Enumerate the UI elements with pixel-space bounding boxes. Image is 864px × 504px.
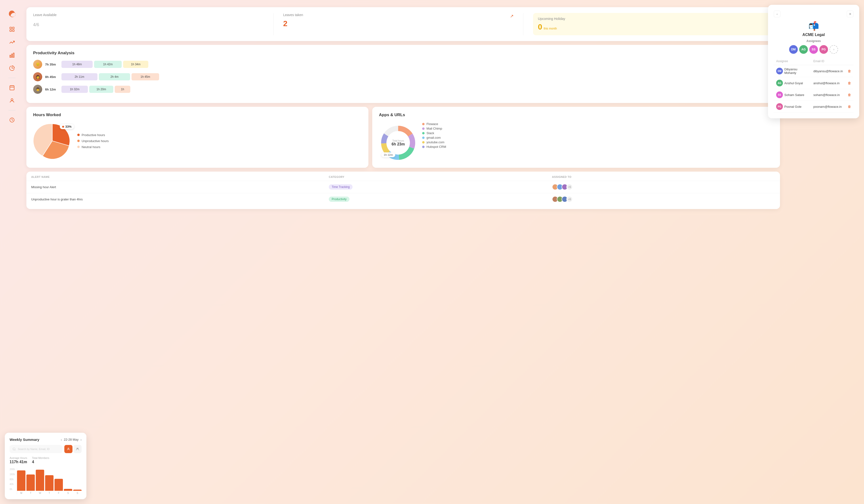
sidebar-icon-bar[interactable]: [8, 51, 16, 60]
app-label-gmail: gmail.com: [427, 136, 441, 140]
bar-label-mon: M: [20, 492, 22, 494]
leave-available-card: Leave Available 4/6: [33, 13, 264, 35]
app-item-slack: Slack: [422, 131, 446, 135]
acme-logo-area: 📬 ACME Legal: [774, 21, 853, 37]
leave-divider: [273, 13, 274, 35]
grid-40: 40h: [10, 483, 15, 485]
bar-wed: W: [36, 470, 44, 494]
legend-dot-productive: [77, 134, 80, 136]
acme-td-ag-del: 🗑: [845, 77, 853, 89]
acme-close-btn[interactable]: ✕: [847, 11, 853, 17]
apps-left: Apps & URLs Total hours 6h 23m: [379, 112, 417, 162]
acme-row-avatar-ag: AG: [776, 80, 783, 86]
alert-name-1: Missing hour Alert: [31, 185, 329, 189]
legend-dot-neutral: [77, 146, 80, 148]
legend-label-unproductive: Unproductive hours: [82, 139, 109, 143]
acme-delete-ag[interactable]: 🗑: [848, 81, 851, 85]
app-item-mailchimp: Mail Chimp: [422, 127, 446, 130]
acme-delete-ss[interactable]: 🗑: [848, 93, 851, 97]
assign-avatars-2: +5: [552, 196, 573, 202]
stat-total-members: Total Members 4: [32, 456, 49, 464]
search-box[interactable]: Search by Name, Email, ID: [10, 445, 62, 453]
alert-row-2: Unproductive hour is grater than 4hrs Pr…: [26, 193, 780, 205]
apps-donut-wrap: Total hours 6h 23m 1h 12m: [379, 123, 417, 162]
acme-header: ‹ ✕: [774, 11, 853, 17]
sidebar-icon-trend[interactable]: [8, 38, 16, 47]
acme-row-ss: SS Soham Satare soham@flowace.in 🗑: [774, 89, 853, 101]
view-group-btn[interactable]: [73, 445, 82, 453]
svg-line-24: [15, 450, 16, 451]
legend-productive: Productive hours: [77, 133, 109, 137]
prod-time-3: 6h 12m: [45, 87, 59, 91]
hours-donut-chart: 33%: [33, 122, 72, 160]
chart-grid-labels: 200h 160h 80h 40h 0h: [10, 468, 15, 494]
bar-thu: T: [45, 475, 53, 494]
legend-label-productive: Productive hours: [82, 133, 105, 137]
pct-label: 33%: [65, 125, 72, 128]
sidebar-icon-user[interactable]: [8, 96, 16, 105]
acme-avatar-ss: SS: [809, 45, 818, 54]
acme-back-btn[interactable]: ‹: [774, 11, 780, 17]
two-col-section: Hours Worked: [26, 107, 780, 168]
prod-time-2: 8h 45m: [45, 75, 59, 79]
hours-small-badge: 1h 12m: [381, 152, 395, 157]
acme-avatar-dm: DM: [789, 45, 798, 54]
acme-row-avatar-ss: SS: [776, 92, 783, 98]
hours-worked-card: Hours Worked: [26, 107, 368, 168]
assign-plus-2: +5: [566, 196, 573, 202]
acme-name-dm: Dibyansu Mohanty: [784, 68, 808, 75]
app-dot-youtube: [422, 141, 424, 144]
acme-delete-dm[interactable]: 🗑: [848, 69, 851, 73]
acme-delete-pg[interactable]: 🗑: [848, 105, 851, 108]
search-icon: [12, 447, 16, 451]
prod-time-1: 7h 35m: [45, 63, 59, 66]
cat-badge-prod: Productivity: [329, 196, 349, 202]
sidebar-icon-pie[interactable]: [8, 64, 16, 72]
holiday-card: Upcoming Holiday 0 this month: [533, 13, 773, 35]
weekly-summary-card: Weekly Summary ‹ 22-28 May › Search by N…: [5, 433, 86, 499]
legend-unproductive: Unproductive hours: [77, 139, 109, 143]
prod-bars-1: 1h 48m 1h 42m 1h 34m: [61, 61, 773, 68]
weekly-next-btn[interactable]: ›: [80, 438, 82, 442]
assign-avatars-1: +5: [552, 184, 573, 190]
app-dot-slack: [422, 132, 424, 134]
holiday-sub: this month: [544, 27, 557, 30]
acme-col-action: [845, 58, 853, 65]
hours-small-label: 1h 12m: [384, 153, 393, 156]
sidebar-icon-clock[interactable]: [8, 116, 16, 124]
stat-members-value: 4: [32, 460, 49, 464]
view-person-btn[interactable]: [64, 445, 72, 453]
leave-arrow-icon: ↗: [510, 13, 514, 19]
sidebar-icon-calendar[interactable]: [8, 83, 16, 92]
sidebar-logo: [8, 10, 16, 18]
bar-fill-sat: [64, 489, 72, 491]
prod-bar-yellow-1: 1h 34m: [123, 61, 148, 68]
stat-members-label: Total Members: [32, 456, 49, 459]
sidebar-icon-grid[interactable]: [8, 25, 16, 34]
weekly-prev-btn[interactable]: ‹: [61, 438, 62, 442]
acme-name-ss: Soham Satare: [784, 93, 804, 97]
apps-donut-sub: Total hours: [392, 140, 405, 142]
acme-col-email: Email ID: [811, 58, 845, 65]
person-icon: [67, 447, 70, 451]
svg-point-11: [11, 99, 13, 100]
app-label-youtube: youtube.com: [427, 141, 444, 144]
bar-label-fri: F: [58, 492, 60, 494]
acme-td-ss-email: soham@flowace.in: [811, 89, 845, 101]
svg-point-23: [13, 448, 15, 450]
acme-logo-icon: 📬: [774, 21, 853, 31]
prod-bar-green-2: 2h 4m: [99, 73, 130, 80]
acme-card: ‹ ✕ 📬 ACME Legal Assignees DM AG SS PG +…: [768, 5, 859, 118]
acme-add-assignee-btn[interactable]: +: [829, 45, 838, 54]
app-dot-mailchimp: [422, 128, 424, 130]
grid-200: 200h: [10, 468, 15, 471]
productivity-title: Productivity Analysis: [33, 51, 773, 56]
legend-dot-unproductive: [77, 140, 80, 142]
alert-table-header: ALERT NAME CATEGORY ASSIGNED TO: [26, 176, 780, 181]
holiday-value: 0: [538, 23, 542, 32]
leave-section: Leave Available 4/6 Leaves taken ↗ 2 Upc…: [26, 7, 780, 41]
cat-badge-time: Time Tracking: [329, 184, 352, 190]
col-category: CATEGORY: [329, 176, 552, 178]
bar-fill-thu: [45, 475, 53, 491]
group-icon: [76, 447, 79, 451]
